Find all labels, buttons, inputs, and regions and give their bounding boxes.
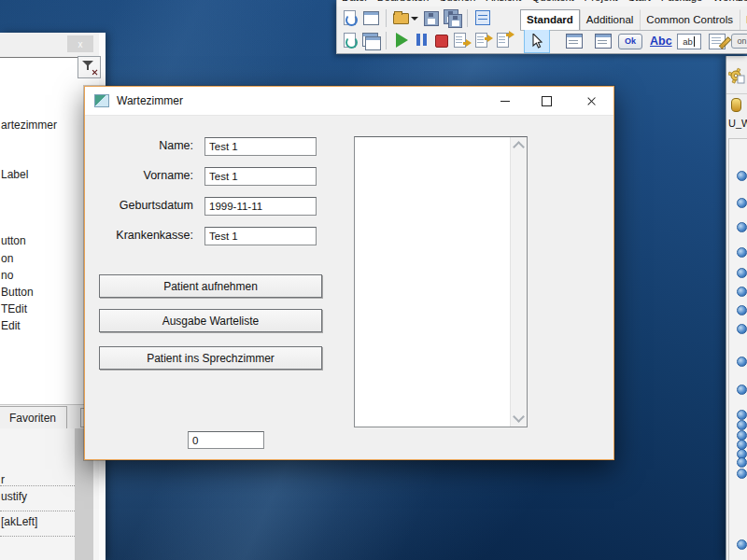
tree-item-button[interactable]: utton — [1, 234, 26, 247]
tree-item-memo[interactable]: no — [1, 269, 13, 282]
close-icon — [586, 96, 597, 106]
window-icon — [94, 94, 109, 107]
pause-icon[interactable] — [414, 31, 429, 49]
menu-item-package[interactable]: Package — [661, 0, 703, 3]
toolbar-row-2 — [340, 31, 514, 49]
gutter-marker-icon[interactable] — [737, 357, 747, 367]
menu-item-projekt[interactable]: Projekt — [585, 0, 618, 3]
component-palette: Ok Abc ab on — [524, 29, 747, 53]
krankenkasse-input[interactable] — [204, 227, 317, 245]
warteliste-memo[interactable] — [354, 136, 528, 427]
clear-filter-icon — [92, 69, 98, 76]
tab-favoriten[interactable]: Favoriten — [0, 406, 67, 428]
menu-item-werkzeuge[interactable]: Werkzeuge — [712, 0, 747, 3]
scroll-down-icon[interactable] — [513, 411, 525, 423]
component-palette-tabs: Standard Additional Common Controls D — [520, 7, 747, 30]
toggle-box-component-icon[interactable]: on — [731, 34, 747, 49]
krankenkasse-label: Krankenkasse: — [85, 229, 193, 242]
menu-item-start[interactable]: Start — [627, 0, 650, 3]
gutter-marker-icon[interactable] — [737, 420, 747, 430]
gutter-marker-icon[interactable] — [737, 247, 747, 258]
close-button[interactable] — [577, 91, 605, 110]
name-label: Name: — [85, 139, 193, 152]
tab-additional[interactable]: Additional — [580, 9, 641, 30]
source-tab-label[interactable]: U_W — [728, 118, 747, 129]
label-component-icon[interactable]: Abc — [650, 35, 672, 48]
edit-component-icon[interactable]: ab — [677, 34, 701, 49]
counter-input[interactable] — [188, 431, 264, 449]
scroll-up-icon[interactable] — [513, 141, 525, 153]
maximize-icon — [542, 96, 552, 106]
patient-aufnehmen-button[interactable]: Patient aufnehmen — [99, 274, 322, 298]
gutter-marker-icon[interactable] — [737, 268, 747, 278]
gutter-marker-icon[interactable] — [737, 457, 747, 468]
save-icon[interactable] — [421, 8, 440, 27]
menu-item-suchen[interactable]: Suchen — [439, 0, 475, 3]
property-value-fragment[interactable]: r — [1, 473, 5, 486]
new-form-icon[interactable] — [361, 31, 380, 49]
screen: x artezimmer Label utton on no Button TE… — [0, 0, 747, 560]
run-icon[interactable] — [392, 31, 411, 49]
tree-item-edit[interactable]: TEdit — [1, 302, 27, 315]
gutter-marker-icon[interactable] — [737, 198, 747, 208]
menu-item-datei[interactable]: Datei — [342, 0, 367, 3]
maximize-button[interactable] — [532, 91, 560, 110]
tree-item[interactable]: on — [1, 252, 13, 265]
menu-bar: Datei Bearbeiten Suchen Ansicht Quelltex… — [337, 0, 747, 7]
wartezimmer-window: Wartezimmer Name: Vorname: Geburtsdatum … — [84, 86, 614, 460]
source-editor-panel: U_W — [726, 56, 747, 560]
stop-icon[interactable] — [431, 31, 450, 49]
new-form-icon[interactable] — [361, 8, 380, 27]
tab-common-controls[interactable]: Common Controls — [640, 9, 740, 30]
memo-component-icon[interactable] — [709, 34, 726, 49]
step-into-icon[interactable] — [453, 31, 472, 49]
cursor-arrow-icon — [531, 34, 543, 49]
gutter-marker-icon[interactable] — [737, 410, 747, 420]
property-value-anchors[interactable]: [akLeft] — [1, 515, 37, 528]
close-icon[interactable]: x — [67, 35, 93, 52]
tree-item-label[interactable]: Label — [1, 168, 28, 181]
geburtsdatum-input[interactable] — [204, 197, 317, 216]
gutter-marker-icon[interactable] — [737, 469, 747, 479]
main-menu-component-icon[interactable] — [566, 34, 583, 49]
toolbar-row-1 — [340, 8, 492, 27]
minimize-icon — [500, 101, 510, 102]
menu-item-quelltext[interactable]: Quelltext — [531, 0, 573, 3]
step-out-icon[interactable] — [496, 31, 514, 49]
gutter-marker-icon[interactable] — [737, 324, 747, 334]
geburtsdatum-label: Geburtsdatum — [85, 199, 193, 212]
gutter-marker-icon[interactable] — [737, 539, 747, 550]
menu-item-ansicht[interactable]: Ansicht — [486, 0, 522, 3]
cursor-tool-selected[interactable] — [524, 29, 550, 53]
patient-sprechzimmer-button[interactable]: Patient ins Sprechzimmer — [99, 346, 322, 370]
tab-dialogs[interactable]: D — [740, 9, 747, 30]
name-input[interactable] — [204, 137, 317, 156]
gutter-marker-icon[interactable] — [737, 305, 747, 315]
gutter-marker-icon[interactable] — [737, 222, 747, 232]
vorname-input[interactable] — [204, 167, 317, 186]
property-value-justify[interactable]: ustify — [1, 490, 27, 503]
tree-item-form[interactable]: artezimmer — [1, 119, 57, 132]
filter-funnel-button[interactable] — [78, 56, 101, 78]
button-component-icon[interactable]: Ok — [618, 34, 642, 49]
open-file-dropdown-icon[interactable] — [392, 8, 418, 27]
gear-doc-icon[interactable] — [728, 67, 745, 84]
new-unit-icon[interactable] — [340, 31, 359, 49]
memo-scrollbar[interactable] — [510, 137, 527, 427]
minimize-button[interactable] — [491, 91, 519, 110]
ausgabe-warteliste-button[interactable]: Ausgabe Warteliste — [99, 309, 322, 332]
new-unit-icon[interactable] — [340, 8, 359, 27]
gutter-marker-icon[interactable] — [737, 287, 747, 297]
gold-key-icon[interactable] — [731, 98, 741, 112]
build-mode-icon[interactable] — [473, 8, 492, 27]
tree-item-edit2[interactable]: Edit — [1, 319, 21, 332]
tree-item-button2[interactable]: Button — [1, 286, 34, 299]
tab-standard[interactable]: Standard — [520, 9, 580, 30]
popup-menu-component-icon[interactable] — [595, 34, 612, 49]
menu-item-bearbeiten[interactable]: Bearbeiten — [377, 0, 430, 3]
gutter-marker-icon[interactable] — [737, 171, 747, 181]
step-over-icon[interactable] — [474, 31, 493, 49]
gutter-marker-icon[interactable] — [737, 385, 747, 395]
component-filter-input[interactable] — [0, 57, 78, 79]
save-all-icon[interactable] — [443, 8, 461, 27]
